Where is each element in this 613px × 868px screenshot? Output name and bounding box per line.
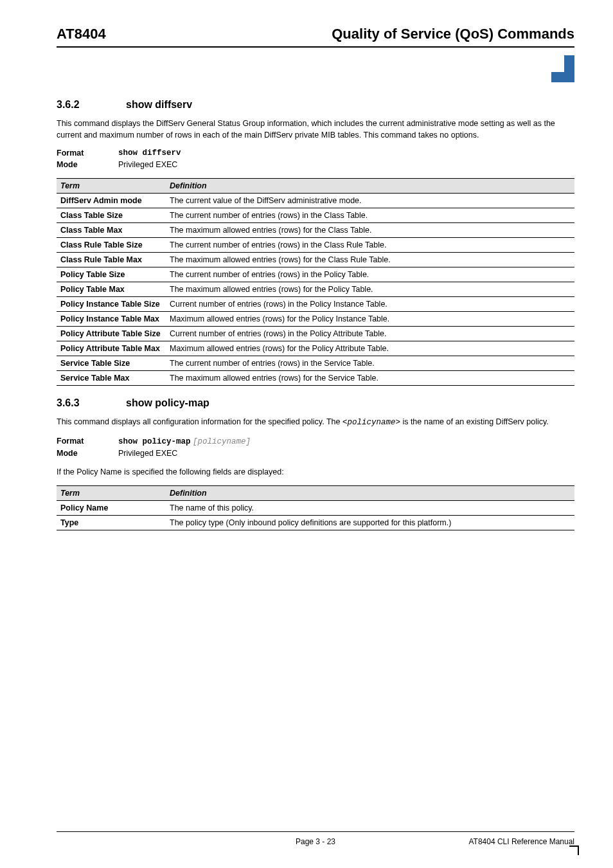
format-label: Format xyxy=(57,437,118,446)
def-cell: The maximum allowed entries (rows) for t… xyxy=(166,253,574,267)
fields-note: If the Policy Name is specified the foll… xyxy=(57,467,574,478)
svg-rect-1 xyxy=(551,72,564,82)
table-row: Service Table SizeThe current number of … xyxy=(57,356,574,371)
table-row: Class Table MaxThe maximum allowed entri… xyxy=(57,223,574,238)
intro-post: is the name of an existing DiffServ poli… xyxy=(400,417,549,426)
doc-chapter-title: Quality of Service (QoS) Commands xyxy=(332,26,574,42)
term-cell: Class Table Size xyxy=(57,208,166,223)
def-cell: The current number of entries (rows) in … xyxy=(166,208,574,223)
def-cell: The current number of entries (rows) in … xyxy=(166,238,574,253)
table-row: Policy NameThe name of this policy. xyxy=(57,501,574,516)
brand-mark xyxy=(57,55,574,87)
def-cell: Maximum allowed entries (rows) for the P… xyxy=(166,341,574,356)
format-value: show diffserv xyxy=(118,149,181,158)
table-row: Policy Attribute Table SizeCurrent numbe… xyxy=(57,327,574,341)
intro-pre: This command displays all configuration … xyxy=(57,417,342,426)
diffserv-fields-table: Term Definition DiffServ Admin modeThe c… xyxy=(57,178,574,386)
col-definition: Definition xyxy=(166,179,574,194)
format-arg: [policyname] xyxy=(193,437,251,446)
term-cell: Service Table Max xyxy=(57,371,166,386)
def-cell: Maximum allowed entries (rows) for the P… xyxy=(166,312,574,327)
section-number: 3.6.3 xyxy=(57,397,93,409)
term-cell: Policy Instance Table Max xyxy=(57,312,166,327)
table-row: Policy Table SizeThe current number of e… xyxy=(57,267,574,282)
table-row: Service Table MaxThe maximum allowed ent… xyxy=(57,371,574,386)
table-row: Policy Instance Table MaxMaximum allowed… xyxy=(57,312,574,327)
term-cell: Policy Instance Table Size xyxy=(57,297,166,312)
table-row: Class Rule Table SizeThe current number … xyxy=(57,238,574,253)
def-cell: The maximum allowed entries (rows) for t… xyxy=(166,282,574,297)
term-cell: Policy Table Max xyxy=(57,282,166,297)
table-row: Class Rule Table MaxThe maximum allowed … xyxy=(57,253,574,267)
table-row: DiffServ Admin modeThe current value of … xyxy=(57,194,574,208)
table-row: Policy Table MaxThe maximum allowed entr… xyxy=(57,282,574,297)
term-cell: Type xyxy=(57,516,166,530)
table-row: TypeThe policy type (Only inbound policy… xyxy=(57,516,574,530)
term-cell: Class Table Max xyxy=(57,223,166,238)
term-cell: Policy Table Size xyxy=(57,267,166,282)
def-cell: The name of this policy. xyxy=(166,501,574,516)
def-cell: The current value of the DiffServ admini… xyxy=(166,194,574,208)
def-cell: The current number of entries (rows) in … xyxy=(166,267,574,282)
term-cell: Policy Name xyxy=(57,501,166,516)
section-intro: This command displays all configuration … xyxy=(57,417,574,429)
mode-value: Privileged EXEC xyxy=(118,160,177,169)
policy-fields-table: Term Definition Policy NameThe name of t… xyxy=(57,485,574,530)
doc-model: AT8404 xyxy=(57,26,106,42)
def-cell: The current number of entries (rows) in … xyxy=(166,356,574,371)
header-rule xyxy=(57,46,574,48)
format-label: Format xyxy=(57,149,118,158)
col-term: Term xyxy=(57,179,166,194)
section-title: show diffserv xyxy=(126,99,192,111)
def-cell: Current number of entries (rows) in the … xyxy=(166,297,574,312)
intro-code: <policyname> xyxy=(342,418,400,427)
table-row: Class Table SizeThe current number of en… xyxy=(57,208,574,223)
def-cell: The policy type (Only inbound policy def… xyxy=(166,516,574,530)
svg-rect-0 xyxy=(564,55,574,82)
term-cell: Policy Attribute Table Max xyxy=(57,341,166,356)
section-title: show policy-map xyxy=(126,397,209,409)
mode-label: Mode xyxy=(57,160,118,169)
col-term: Term xyxy=(57,486,166,501)
crop-mark-icon xyxy=(569,837,587,858)
format-cmd: show policy-map xyxy=(118,437,191,446)
manual-title: AT8404 CLI Reference Manual xyxy=(468,837,574,846)
term-cell: Service Table Size xyxy=(57,356,166,371)
footer-rule xyxy=(57,831,574,832)
section-number: 3.6.2 xyxy=(57,99,93,111)
def-cell: The maximum allowed entries (rows) for t… xyxy=(166,371,574,386)
table-row: Policy Attribute Table MaxMaximum allowe… xyxy=(57,341,574,356)
term-cell: Policy Attribute Table Size xyxy=(57,327,166,341)
term-cell: Class Rule Table Max xyxy=(57,253,166,267)
col-definition: Definition xyxy=(166,486,574,501)
section-intro: This command displays the DiffServ Gener… xyxy=(57,118,574,141)
mode-label: Mode xyxy=(57,449,118,458)
page-number: Page 3 - 23 xyxy=(296,837,335,846)
term-cell: DiffServ Admin mode xyxy=(57,194,166,208)
term-cell: Class Rule Table Size xyxy=(57,238,166,253)
mode-value: Privileged EXEC xyxy=(118,449,177,458)
page-footer: Page 3 - 23 AT8404 CLI Reference Manual xyxy=(57,831,574,846)
def-cell: The maximum allowed entries (rows) for t… xyxy=(166,223,574,238)
table-row: Policy Instance Table SizeCurrent number… xyxy=(57,297,574,312)
def-cell: Current number of entries (rows) in the … xyxy=(166,327,574,341)
